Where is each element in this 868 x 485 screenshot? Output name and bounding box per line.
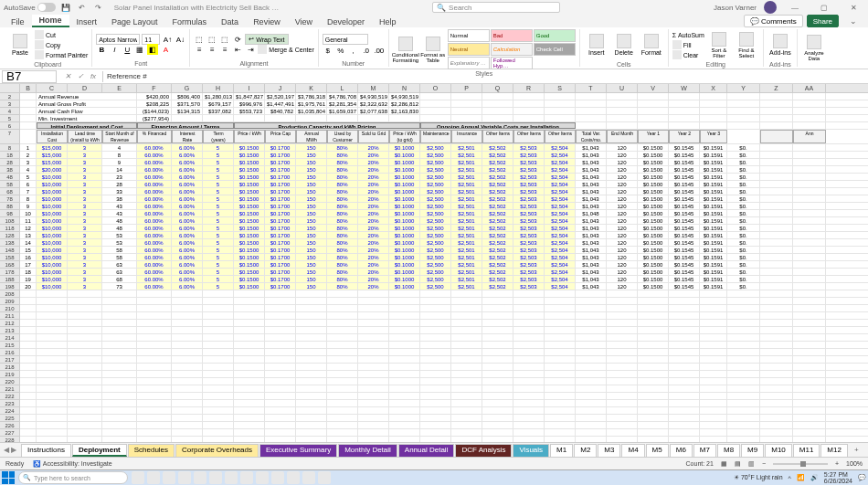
cell[interactable]: 6.00%: [172, 152, 203, 158]
select-all-corner[interactable]: [0, 84, 20, 92]
cell[interactable]: $2,501: [451, 159, 482, 165]
cell[interactable]: [327, 393, 358, 399]
column-header[interactable]: E: [102, 84, 137, 92]
cell[interactable]: [20, 334, 37, 341]
cell[interactable]: [203, 342, 234, 348]
cell[interactable]: Interest Rate: [172, 130, 203, 143]
sheet-tab-m1[interactable]: M1: [550, 444, 573, 457]
task-icon[interactable]: [271, 471, 284, 484]
cell[interactable]: [265, 364, 296, 370]
cell[interactable]: [68, 290, 102, 297]
cell[interactable]: $2,503: [513, 261, 545, 268]
cell[interactable]: [296, 378, 327, 385]
cell[interactable]: [234, 320, 265, 326]
cell[interactable]: $2,502: [482, 174, 513, 180]
cell[interactable]: [203, 305, 234, 311]
cell[interactable]: [20, 298, 37, 304]
cell[interactable]: $2,503: [513, 152, 545, 158]
cell[interactable]: 20%: [358, 210, 389, 216]
cell[interactable]: [669, 415, 700, 421]
cell[interactable]: 5: [203, 217, 234, 224]
cell[interactable]: $0.1545: [669, 152, 700, 158]
cell[interactable]: [482, 327, 513, 333]
cell[interactable]: 3: [68, 232, 102, 238]
cell[interactable]: Start Month of Revenue: [102, 130, 137, 143]
cell[interactable]: $0.1500: [234, 269, 265, 275]
cell[interactable]: [727, 115, 760, 121]
cell[interactable]: [172, 393, 203, 399]
sheet-tab-m10[interactable]: M10: [765, 444, 792, 457]
cell[interactable]: [727, 320, 760, 326]
cell[interactable]: $2,500: [420, 283, 451, 290]
cell[interactable]: [137, 305, 172, 311]
column-header[interactable]: O: [420, 84, 451, 92]
cell[interactable]: Year 2: [669, 130, 700, 143]
cell[interactable]: [137, 385, 172, 392]
cell[interactable]: [760, 203, 793, 209]
style-explanatory[interactable]: Explanatory …: [448, 57, 490, 69]
cell[interactable]: [420, 115, 451, 121]
cell[interactable]: [20, 400, 37, 406]
task-icon[interactable]: [318, 471, 331, 484]
zoom-out-icon[interactable]: −: [762, 460, 766, 467]
cell[interactable]: [669, 393, 700, 399]
cell[interactable]: [389, 400, 420, 406]
cell[interactable]: $2,502: [482, 225, 513, 231]
cell[interactable]: $10,000: [37, 210, 68, 216]
cell[interactable]: [420, 429, 451, 436]
cell[interactable]: [451, 407, 482, 414]
cell[interactable]: [234, 305, 265, 311]
column-header[interactable]: D: [68, 84, 102, 92]
cell[interactable]: [420, 320, 451, 326]
cell[interactable]: $2,504: [545, 210, 576, 216]
cell[interactable]: [102, 298, 137, 304]
cell[interactable]: [638, 305, 669, 311]
cell[interactable]: [327, 415, 358, 421]
cell[interactable]: $2,502: [482, 276, 513, 282]
cell[interactable]: $0.1000: [389, 210, 420, 216]
style-calculation[interactable]: Calculation: [491, 43, 533, 56]
sheet-tab-schedules[interactable]: Schedules: [128, 444, 175, 457]
row-header[interactable]: 7: [0, 130, 19, 144]
cell[interactable]: 3: [68, 174, 102, 180]
cell[interactable]: [358, 349, 389, 355]
cell[interactable]: $0.: [727, 166, 760, 173]
cell[interactable]: [513, 371, 545, 377]
cell[interactable]: [358, 371, 389, 377]
column-header[interactable]: V: [638, 84, 669, 92]
cell[interactable]: $10,000: [37, 247, 68, 253]
cell[interactable]: [296, 437, 327, 442]
cell[interactable]: 60.00%: [137, 225, 172, 231]
cell[interactable]: $2,502: [482, 269, 513, 275]
cell[interactable]: [389, 334, 420, 341]
cell[interactable]: 150: [296, 188, 327, 195]
cell[interactable]: $0.1591: [700, 210, 727, 216]
cell[interactable]: [420, 378, 451, 385]
taskbar-search[interactable]: 🔍Type here to search: [18, 471, 128, 484]
cell[interactable]: [576, 312, 607, 319]
cell[interactable]: $2,322,632: [358, 100, 389, 107]
cell[interactable]: 8: [102, 152, 137, 158]
cell[interactable]: [638, 385, 669, 392]
cell[interactable]: 3: [68, 225, 102, 231]
cell[interactable]: [545, 100, 576, 107]
cell[interactable]: [420, 393, 451, 399]
cell[interactable]: [669, 349, 700, 355]
cell[interactable]: [669, 108, 700, 114]
cell[interactable]: [20, 378, 37, 385]
cell[interactable]: 120: [607, 144, 638, 151]
cell[interactable]: $4,786,708: [327, 93, 358, 100]
cell[interactable]: 60.00%: [137, 269, 172, 275]
tab-data[interactable]: Data: [214, 16, 246, 27]
cell[interactable]: [451, 371, 482, 377]
cell[interactable]: $2,502: [482, 247, 513, 253]
cell[interactable]: [760, 305, 793, 311]
cell[interactable]: 150: [296, 210, 327, 216]
cell[interactable]: [760, 188, 793, 195]
cell[interactable]: $0.1545: [669, 247, 700, 253]
cell[interactable]: [265, 422, 296, 428]
cell[interactable]: [545, 422, 576, 428]
cell[interactable]: $0.1500: [234, 166, 265, 173]
cell[interactable]: [793, 122, 826, 129]
cell[interactable]: [389, 415, 420, 421]
